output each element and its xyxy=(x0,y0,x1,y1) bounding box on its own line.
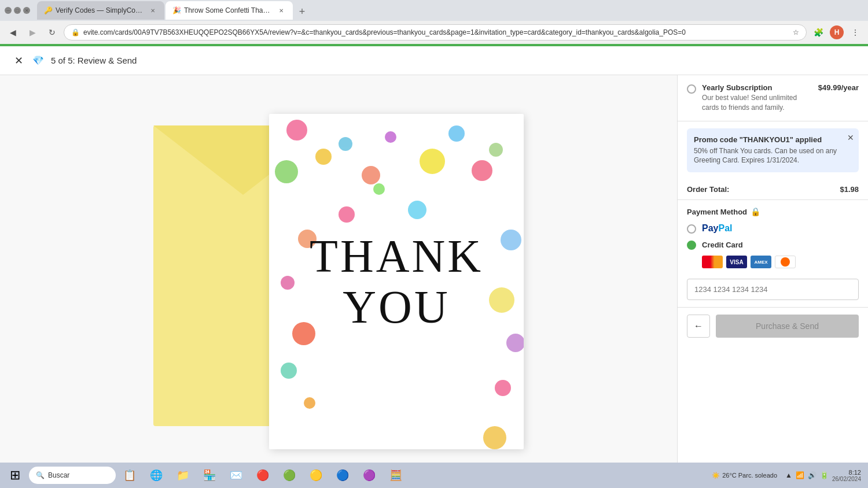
file-explorer-button[interactable]: 📁 xyxy=(170,464,196,487)
nav-bar: ◀ ▶ ↻ 🔒 evite.com/cards/00A9TV7B563XHEUQ… xyxy=(0,21,868,44)
confetti-dot xyxy=(495,380,511,396)
chevron-up-icon[interactable]: ▲ xyxy=(784,470,793,480)
edge-icon: 🌐 xyxy=(150,469,163,482)
promo-close-button[interactable]: ✕ xyxy=(847,133,854,142)
card-number-input[interactable] xyxy=(687,279,859,300)
system-clock[interactable]: 8:12 26/02/2024 xyxy=(832,469,861,482)
bottom-bar: ← Purchase & Send xyxy=(678,307,868,345)
mastercard-icon xyxy=(702,256,723,268)
confetti-dot xyxy=(472,160,492,181)
step-label: 5 of 5: Review & Send xyxy=(51,56,137,65)
app4-button[interactable]: 🔵 xyxy=(330,464,355,487)
card-brand-icons: VISA AMEX xyxy=(702,256,859,268)
confetti-dot xyxy=(501,230,521,250)
taskbar-system: ☀️ 26°C Parc. soleado ▲ 📶 🔊 🔋 8:12 26/02… xyxy=(703,469,866,482)
weather-widget: ☀️ 26°C Parc. soleado xyxy=(707,472,782,479)
close-window-button[interactable]: ✕ xyxy=(23,7,30,14)
tab2-label: Throw Some Confetti Thank Yo... xyxy=(184,6,273,14)
confetti-dot xyxy=(483,426,506,449)
subscription-option: Yearly Subscription Our best value! Send… xyxy=(687,83,859,113)
amex-icon: AMEX xyxy=(751,256,771,268)
confetti-dot xyxy=(339,137,352,151)
address-bar[interactable]: 🔒 evite.com/cards/00A9TV7B563XHEUQQEPO2S… xyxy=(64,24,807,40)
reload-button[interactable]: ↻ xyxy=(44,24,60,40)
confetti-dot xyxy=(420,149,445,174)
subscription-price: $49.99/year xyxy=(818,83,859,92)
weather-icon: ☀️ xyxy=(712,472,720,479)
confetti-dot xyxy=(362,166,380,184)
volume-icon[interactable]: 🔊 xyxy=(807,470,818,480)
profile-button[interactable]: H xyxy=(829,24,845,40)
step-icon: 💎 xyxy=(32,55,44,66)
tab-verify-codes[interactable]: 🔑 Verify Codes — SimplyCodes ✕ xyxy=(37,1,164,20)
calculator-icon: 🧮 xyxy=(389,469,402,482)
app1-button[interactable]: 🔴 xyxy=(250,464,275,487)
search-icon: 🔍 xyxy=(36,471,45,479)
forward-button[interactable]: ▶ xyxy=(24,24,41,40)
store-button[interactable]: 🏪 xyxy=(197,464,222,487)
order-total-row: Order Total: $1.98 xyxy=(678,179,868,200)
app5-button[interactable]: 🟣 xyxy=(356,464,382,487)
credit-card-option[interactable]: Credit Card xyxy=(687,239,859,250)
app3-icon: 🟡 xyxy=(310,469,322,482)
back-button[interactable]: ← xyxy=(687,315,710,338)
search-label: Buscar xyxy=(48,471,69,479)
tab-throw-confetti[interactable]: 🎉 Throw Some Confetti Thank Yo... ✕ xyxy=(165,1,293,20)
maximize-button[interactable]: □ xyxy=(14,7,21,14)
purchase-send-button[interactable]: Purchase & Send xyxy=(716,315,859,338)
payment-section: Payment Method 🔒 PayPal Credit Card xyxy=(678,200,868,307)
file-explorer-icon: 📁 xyxy=(176,469,189,482)
subscription-description: Our best value! Send unlimited cards to … xyxy=(702,93,812,113)
task-view-icon: 📋 xyxy=(123,469,136,482)
payment-header: Payment Method 🔒 xyxy=(687,207,859,216)
start-icon: ⊞ xyxy=(10,468,20,483)
settings-button[interactable]: ⋮ xyxy=(847,24,863,40)
back-button[interactable]: ◀ xyxy=(5,24,21,40)
title-bar: ─ □ ✕ 🔑 Verify Codes — SimplyCodes ✕ 🎉 T… xyxy=(0,0,868,21)
page-content: ✕ 💎 5 of 5: Review & Send THANK YOU xyxy=(0,44,868,488)
app1-icon: 🔴 xyxy=(256,469,269,482)
confetti-dot xyxy=(489,143,503,157)
confetti-dot xyxy=(315,149,332,165)
clock-date: 26/02/2024 xyxy=(832,476,861,482)
tab2-close[interactable]: ✕ xyxy=(277,6,286,15)
visa-icon: VISA xyxy=(726,256,747,268)
payment-title: Payment Method xyxy=(687,208,747,216)
credit-card-radio[interactable] xyxy=(687,241,696,250)
extensions-button[interactable]: 🧩 xyxy=(810,24,826,40)
browser-chrome: ─ □ ✕ 🔑 Verify Codes — SimplyCodes ✕ 🎉 T… xyxy=(0,0,868,44)
start-button[interactable]: ⊞ xyxy=(2,464,28,487)
subscription-radio[interactable] xyxy=(687,84,696,94)
window-controls: ─ □ ✕ xyxy=(5,7,30,14)
sidebar: Yearly Subscription Our best value! Send… xyxy=(677,75,868,488)
subscription-section: Yearly Subscription Our best value! Send… xyxy=(678,75,868,121)
paypal-radio[interactable] xyxy=(687,224,696,234)
calculator-button[interactable]: 🧮 xyxy=(383,464,409,487)
taskbar: ⊞ 🔍 Buscar 📋 🌐 📁 🏪 ✉️ 🔴 🟢 🟡 🔵 🟣 🧮 ☀️ 26°… xyxy=(0,463,868,488)
battery-icon[interactable]: 🔋 xyxy=(819,470,830,480)
task-view-button[interactable]: 📋 xyxy=(117,464,142,487)
confetti-dot xyxy=(286,120,307,141)
confetti-dot xyxy=(281,276,295,290)
card-text: THANK YOU xyxy=(310,231,483,332)
close-page-button[interactable]: ✕ xyxy=(12,54,25,68)
weather-text: 26°C Parc. soleado xyxy=(722,472,777,479)
app2-button[interactable]: 🟢 xyxy=(277,464,302,487)
tab1-label: Verify Codes — SimplyCodes xyxy=(56,6,145,14)
tab1-close[interactable]: ✕ xyxy=(148,6,157,15)
app2-icon: 🟢 xyxy=(283,469,296,482)
app3-button[interactable]: 🟡 xyxy=(303,464,329,487)
new-tab-button[interactable]: + xyxy=(294,3,310,20)
discover-icon xyxy=(775,256,796,268)
minimize-button[interactable]: ─ xyxy=(5,7,12,14)
paypal-option[interactable]: PayPal xyxy=(687,223,859,234)
promo-title: Promo code "THANKYOU1" applied xyxy=(694,135,852,144)
subscription-title: Yearly Subscription xyxy=(702,83,812,92)
edge-button[interactable]: 🌐 xyxy=(144,464,169,487)
confetti-dot xyxy=(489,287,514,313)
bookmark-icon[interactable]: ☆ xyxy=(793,28,799,36)
mail-button[interactable]: ✉️ xyxy=(223,464,249,487)
mail-icon: ✉️ xyxy=(230,469,242,482)
taskbar-search[interactable]: 🔍 Buscar xyxy=(29,467,116,484)
network-icon[interactable]: 📶 xyxy=(795,470,806,480)
